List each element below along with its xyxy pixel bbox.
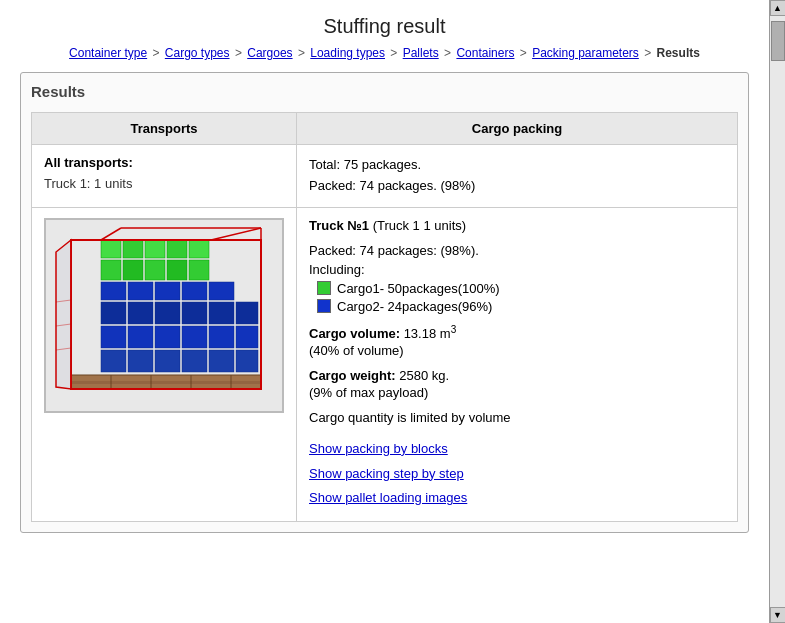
cargo1-detail: - 50packages(100%)	[380, 281, 500, 296]
main-content: Stuffing result Container type > Cargo t…	[0, 0, 769, 623]
cargo-volume-label: Cargo volume:	[309, 326, 400, 341]
svg-rect-24	[236, 302, 258, 324]
svg-rect-12	[236, 350, 258, 372]
results-section: Results Transports Cargo packing All tra…	[20, 72, 749, 533]
svg-marker-45	[56, 240, 71, 389]
scroll-up-button[interactable]: ▲	[770, 0, 786, 16]
svg-rect-21	[155, 302, 180, 324]
cargo-limit-note: Cargo quantity is limited by volume	[309, 410, 725, 425]
svg-rect-17	[209, 326, 234, 348]
cargo1-color-box	[317, 281, 331, 295]
cargo2-color-box	[317, 299, 331, 313]
breadcrumb-pallets[interactable]: Pallets	[403, 46, 439, 60]
truck-image-cell	[32, 207, 297, 521]
scrollbar-vertical[interactable]: ▲ ▼	[769, 0, 785, 623]
truck-svg	[46, 220, 284, 413]
all-transports-cell: All transports: Truck 1: 1 units	[32, 145, 297, 208]
cargo-volume-value: 13.18 m	[404, 326, 451, 341]
svg-rect-27	[155, 282, 180, 300]
truck-detail-cell: Truck №1 (Truck 1 1 units) Packed: 74 pa…	[297, 207, 738, 521]
svg-rect-23	[209, 302, 234, 324]
sep4: >	[390, 46, 400, 60]
truck-name-bold: Truck №1	[309, 218, 369, 233]
svg-rect-2	[71, 381, 261, 384]
total-packages: Total: 75 packages.	[309, 155, 725, 176]
svg-rect-8	[128, 350, 153, 372]
link-packing-step[interactable]: Show packing step by step	[309, 462, 725, 487]
link-pallet-images[interactable]: Show pallet loading images	[309, 486, 725, 511]
svg-rect-15	[155, 326, 180, 348]
svg-rect-32	[145, 260, 165, 280]
scroll-down-button[interactable]: ▼	[770, 607, 786, 623]
truck-visualization	[44, 218, 284, 413]
svg-rect-30	[101, 260, 121, 280]
svg-rect-39	[189, 240, 209, 258]
breadcrumb: Container type > Cargo types > Cargoes >…	[0, 46, 769, 72]
breadcrumb-containers[interactable]: Containers	[456, 46, 514, 60]
results-table: Transports Cargo packing All transports:…	[31, 112, 738, 522]
col-header-transports: Transports	[32, 113, 297, 145]
table-row-all-transports: All transports: Truck 1: 1 units Total: …	[32, 145, 738, 208]
page-title: Stuffing result	[0, 0, 769, 46]
cargo1-item: Cargo1 - 50packages(100%)	[317, 281, 725, 296]
truck-units-text: Truck 1: 1 units	[44, 176, 284, 191]
sep7: >	[644, 46, 654, 60]
svg-rect-29	[209, 282, 234, 300]
table-row-truck-detail: Truck №1 (Truck 1 1 units) Packed: 74 pa…	[32, 207, 738, 521]
scroll-thumb-v[interactable]	[771, 21, 785, 61]
show-links: Show packing by blocks Show packing step…	[309, 437, 725, 511]
cargo2-item: Cargo2 - 24packages(96%)	[317, 299, 725, 314]
results-title: Results	[31, 83, 738, 100]
cargo1-label: Cargo1	[337, 281, 380, 296]
cargo-weight-value: 2580 kg.	[399, 368, 449, 383]
cargo-volume-exp: 3	[451, 324, 457, 335]
cargo-weight-label: Cargo weight:	[309, 368, 396, 383]
all-transports-label: All transports:	[44, 155, 284, 170]
breadcrumb-cargoes[interactable]: Cargoes	[247, 46, 292, 60]
cargo-summary: Total: 75 packages. Packed: 74 packages.…	[309, 155, 725, 197]
cargo-volume-note: (40% of volume)	[309, 343, 725, 358]
breadcrumb-container-type[interactable]: Container type	[69, 46, 147, 60]
svg-rect-7	[101, 350, 126, 372]
packed-detail: Packed: 74 packages: (98%).	[309, 243, 725, 258]
svg-rect-25	[101, 282, 126, 300]
svg-rect-19	[101, 302, 126, 324]
svg-rect-22	[182, 302, 207, 324]
svg-rect-14	[128, 326, 153, 348]
all-transports-cargo-cell: Total: 75 packages. Packed: 74 packages.…	[297, 145, 738, 208]
breadcrumb-packing-params[interactable]: Packing parameters	[532, 46, 639, 60]
sep2: >	[235, 46, 245, 60]
svg-rect-18	[236, 326, 258, 348]
sep5: >	[444, 46, 454, 60]
svg-rect-31	[123, 260, 143, 280]
packed-packages: Packed: 74 packages. (98%)	[309, 176, 725, 197]
svg-rect-20	[128, 302, 153, 324]
col-header-cargo: Cargo packing	[297, 113, 738, 145]
scroll-track-v[interactable]	[770, 16, 785, 607]
svg-rect-38	[167, 240, 187, 258]
svg-rect-10	[182, 350, 207, 372]
svg-rect-26	[128, 282, 153, 300]
svg-rect-11	[209, 350, 234, 372]
breadcrumb-loading-types[interactable]: Loading types	[310, 46, 385, 60]
svg-rect-28	[182, 282, 207, 300]
svg-rect-35	[101, 240, 121, 258]
cargo2-label: Cargo2	[337, 299, 380, 314]
including-label: Including:	[309, 262, 725, 277]
truck-name-rest: (Truck 1 1 units)	[369, 218, 466, 233]
sep6: >	[520, 46, 530, 60]
breadcrumb-cargo-types[interactable]: Cargo types	[165, 46, 230, 60]
svg-rect-9	[155, 350, 180, 372]
svg-rect-16	[182, 326, 207, 348]
svg-rect-34	[189, 260, 209, 280]
sep3: >	[298, 46, 308, 60]
breadcrumb-current: Results	[657, 46, 700, 60]
link-packing-blocks[interactable]: Show packing by blocks	[309, 437, 725, 462]
cargo-weight-line: Cargo weight: 2580 kg.	[309, 368, 725, 383]
truck-title: Truck №1 (Truck 1 1 units)	[309, 218, 725, 233]
cargo-weight-note: (9% of max payload)	[309, 385, 725, 400]
sep1: >	[152, 46, 162, 60]
cargo2-detail: - 24packages(96%)	[380, 299, 493, 314]
svg-rect-33	[167, 260, 187, 280]
svg-rect-13	[101, 326, 126, 348]
